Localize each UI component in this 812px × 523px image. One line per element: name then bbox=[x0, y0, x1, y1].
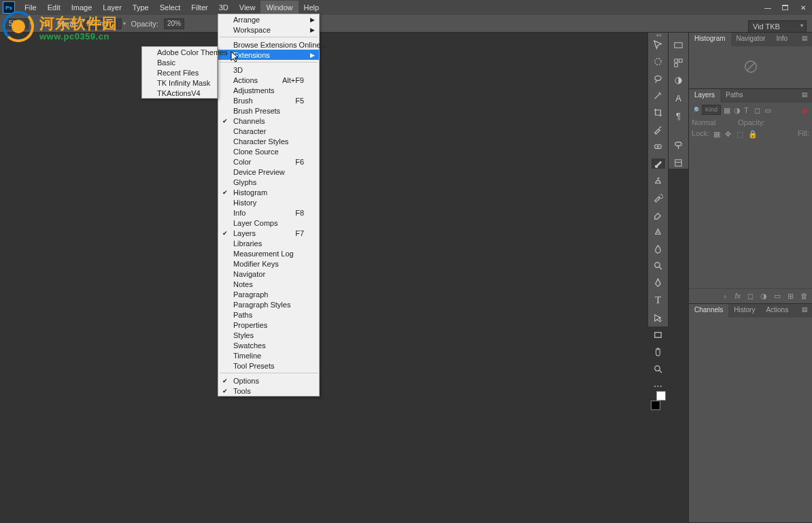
aux-color-icon[interactable] bbox=[672, 39, 686, 50]
menu-item-tk-infinity-mask[interactable]: TK Infinity Mask bbox=[142, 78, 217, 88]
aux-adjustments-icon[interactable] bbox=[672, 75, 686, 86]
menu-item-device-preview[interactable]: Device Preview bbox=[218, 167, 319, 177]
menu-item-timeline[interactable]: Timeline bbox=[218, 350, 319, 360]
tab-navigator[interactable]: Navigator bbox=[731, 33, 771, 46]
aux-swatches-icon[interactable] bbox=[672, 57, 686, 68]
menu-window[interactable]: Window bbox=[260, 1, 298, 14]
menu-item-libraries[interactable]: Libraries bbox=[218, 238, 319, 248]
menu-item-layers[interactable]: ✔LayersF7 bbox=[218, 228, 319, 238]
menu-item-3d[interactable]: 3D bbox=[218, 65, 319, 75]
menu-item-layer-comps[interactable]: Layer Comps bbox=[218, 218, 319, 228]
brush-tool-icon[interactable] bbox=[652, 158, 665, 169]
adjustment-layer-icon[interactable]: ◑ bbox=[760, 292, 767, 301]
menu-layer[interactable]: Layer bbox=[97, 1, 127, 14]
type-tool-icon[interactable]: T bbox=[652, 294, 665, 306]
eraser-tool-icon[interactable] bbox=[652, 209, 665, 220]
opacity-value[interactable]: 20% bbox=[164, 18, 184, 29]
lock-pixels-icon[interactable]: ▦ bbox=[713, 130, 721, 137]
filter-adjust-icon[interactable]: ◑ bbox=[734, 106, 741, 114]
history-brush-tool-icon[interactable] bbox=[652, 192, 665, 203]
filter-pixel-icon[interactable]: ▦ bbox=[724, 106, 731, 114]
aux-styles-icon[interactable]: A bbox=[672, 93, 686, 104]
marquee-tool-icon[interactable] bbox=[652, 56, 665, 67]
menu-item-adjustments[interactable]: Adjustments bbox=[218, 85, 319, 95]
tab-layers[interactable]: Layers bbox=[689, 89, 720, 103]
layer-filter-select[interactable]: Kind bbox=[702, 105, 721, 115]
menu-item-paths[interactable]: Paths bbox=[218, 309, 319, 320]
menu-item-character[interactable]: Character bbox=[218, 126, 319, 136]
layer-fx-icon[interactable]: fx bbox=[734, 292, 741, 301]
tab-histogram[interactable]: Histogram bbox=[689, 33, 731, 46]
rectangle-tool-icon[interactable] bbox=[652, 330, 665, 340]
filter-smart-icon[interactable]: ▭ bbox=[764, 106, 772, 114]
menu-item-paragraph[interactable]: Paragraph bbox=[218, 289, 319, 299]
menu-item-workspace[interactable]: Workspace▶ bbox=[218, 24, 319, 35]
menu-item-clone-source[interactable]: Clone Source bbox=[218, 146, 319, 156]
minimize-button[interactable]: — bbox=[759, 1, 777, 14]
menu-item-history[interactable]: History bbox=[218, 197, 319, 207]
lock-artboard-icon[interactable]: ⬚ bbox=[737, 130, 744, 137]
workspace-selector[interactable]: Vid TKB▾ bbox=[748, 20, 807, 33]
menu-item-actions[interactable]: ActionsAlt+F9 bbox=[218, 75, 319, 85]
filter-toggle-icon[interactable]: ◉ bbox=[802, 106, 809, 114]
menu-item-notes[interactable]: Notes bbox=[218, 279, 319, 289]
panel-menu-icon[interactable]: ▤ bbox=[798, 33, 812, 46]
eyedropper-tool-icon[interactable] bbox=[652, 124, 665, 135]
filter-type-icon[interactable]: T bbox=[744, 106, 751, 114]
menu-item-info[interactable]: InfoF8 bbox=[218, 207, 319, 218]
menu-filter[interactable]: Filter bbox=[186, 1, 213, 14]
clone-stamp-tool-icon[interactable] bbox=[652, 175, 665, 186]
collapse-grip-icon[interactable]: ◂◂ bbox=[654, 32, 663, 39]
dodge-tool-icon[interactable] bbox=[652, 260, 665, 271]
lasso-tool-icon[interactable] bbox=[652, 73, 665, 84]
blur-tool-icon[interactable] bbox=[652, 243, 665, 254]
tab-actions[interactable]: Actions bbox=[760, 304, 794, 318]
new-layer-icon[interactable]: ⊞ bbox=[788, 292, 794, 301]
menu-item-character-styles[interactable]: Character Styles bbox=[218, 136, 319, 146]
tab-paths[interactable]: Paths bbox=[720, 89, 749, 103]
tab-info[interactable]: Info bbox=[771, 33, 793, 46]
menu-item-adobe-color-themes[interactable]: Adobe Color Themes bbox=[142, 47, 217, 57]
lock-all-icon[interactable]: 🔒 bbox=[748, 130, 756, 137]
gradient-tool-icon[interactable] bbox=[652, 226, 665, 237]
panel-menu-icon[interactable]: ▤ bbox=[798, 304, 812, 318]
tab-history[interactable]: History bbox=[728, 304, 760, 318]
menu-item-navigator[interactable]: Navigator bbox=[218, 269, 319, 279]
maximize-button[interactable]: 🗖 bbox=[777, 1, 794, 14]
menu-view[interactable]: View bbox=[234, 1, 261, 14]
close-button[interactable]: ✕ bbox=[794, 1, 812, 14]
menu-item-modifier-keys[interactable]: Modifier Keys bbox=[218, 258, 319, 269]
filter-shape-icon[interactable]: ◻ bbox=[754, 106, 762, 114]
menu-item-arrange[interactable]: Arrange▶ bbox=[218, 14, 319, 24]
panel-menu-icon[interactable]: ▤ bbox=[798, 89, 812, 103]
link-layers-icon[interactable]: ⬨ bbox=[723, 292, 728, 301]
menu-item-color[interactable]: ColorF6 bbox=[218, 156, 319, 167]
menu-item-brush-presets[interactable]: Brush Presets bbox=[218, 105, 319, 116]
menu-image[interactable]: Image bbox=[66, 1, 98, 14]
menu-item-glyphs[interactable]: Glyphs bbox=[218, 177, 319, 187]
blend-mode-select[interactable]: Normal bbox=[692, 118, 734, 126]
path-selection-tool-icon[interactable] bbox=[652, 313, 665, 323]
pen-tool-icon[interactable] bbox=[652, 277, 665, 288]
aux-properties-icon[interactable] bbox=[672, 158, 686, 169]
crop-tool-icon[interactable] bbox=[652, 107, 665, 118]
menu-item-histogram[interactable]: ✔Histogram bbox=[218, 187, 319, 197]
aux-paragraph-icon[interactable]: ¶ bbox=[672, 111, 686, 122]
magic-wand-tool-icon[interactable] bbox=[652, 90, 665, 101]
menu-item-basic[interactable]: Basic bbox=[142, 57, 217, 67]
menu-item-options[interactable]: ✔Options bbox=[218, 375, 319, 386]
menu-item-styles[interactable]: Styles bbox=[218, 330, 319, 340]
menu-item-channels[interactable]: ✔Channels bbox=[218, 116, 319, 126]
aux-libraries-icon[interactable] bbox=[672, 140, 686, 151]
menu-item-tool-presets[interactable]: Tool Presets bbox=[218, 360, 319, 371]
edit-toolbar-icon[interactable]: ⋯ bbox=[652, 381, 665, 391]
move-tool-icon[interactable] bbox=[652, 39, 665, 50]
menu-edit[interactable]: Edit bbox=[42, 1, 66, 14]
lock-position-icon[interactable]: ✥ bbox=[725, 130, 732, 137]
menu-item-browse-extensions-online-[interactable]: Browse Extensions Online... bbox=[218, 39, 319, 50]
menu-3d[interactable]: 3D bbox=[214, 1, 234, 14]
menu-item-brush[interactable]: BrushF5 bbox=[218, 95, 319, 105]
menu-item-tkactionsv4[interactable]: TKActionsV4 bbox=[142, 88, 217, 98]
group-icon[interactable]: ▭ bbox=[774, 292, 781, 301]
layer-mask-icon[interactable]: ◻ bbox=[747, 292, 754, 301]
